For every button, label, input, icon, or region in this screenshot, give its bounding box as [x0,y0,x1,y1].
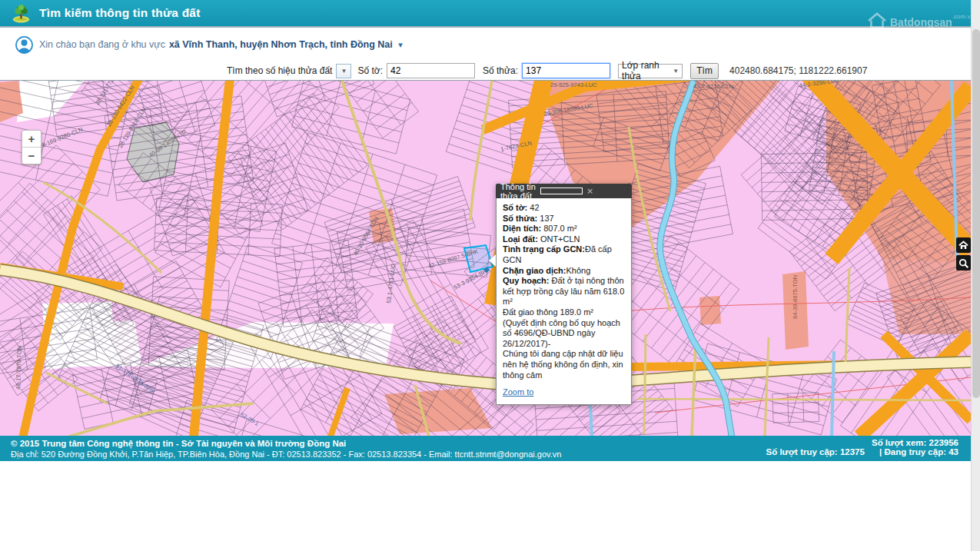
sheet-number-input[interactable] [387,63,475,78]
cursor-coordinates: 402480.684175; 1181222.661907 [729,65,867,76]
home-extent-button[interactable] [956,237,971,253]
parcel-field: Chặn giao dịch:Không [503,266,625,277]
app-logo-tree-icon [11,3,32,24]
popup-title: Thông tin thửa đất [500,182,540,201]
parcel-field: Số tờ: 42 [503,203,625,214]
find-button[interactable]: Tìm [690,63,719,79]
sheet-number-label: Số tờ: [357,65,383,76]
visits-count: Số lượt truy cập: 12375 [766,447,865,456]
greeting-text: Xin chào bạn đang ở khu vực [39,39,165,50]
map-parcel-label: 64-39-8975-TON [792,275,799,319]
popup-note-line: Chúng tôi đang cập nhật dữ liệu nên hệ t… [503,349,625,380]
watermark-text: Batdongsan [890,16,952,28]
popup-note-line: (Quyết định công bố quy hoạch số 4696/QĐ… [503,318,625,350]
parcel-field: Quy hoạch: Đất ở tại nông thôn kết hợp t… [503,276,625,307]
parcel-field: Loại đất: ONT+CLN [503,234,625,245]
parcel-popup-body: Số tờ: 42Số thửa: 137Diện tích: 807.0 m²… [496,198,632,405]
area-selector[interactable]: xã Vĩnh Thanh, huyện Nhơn Trạch, tỉnh Đồ… [169,39,403,50]
map-search-button[interactable] [956,255,971,271]
parcel-field: Tình trạng cấp GCN:Đã cấp GCN [503,244,625,265]
zoom-in-button[interactable]: + [22,131,41,148]
search-mode-select[interactable]: ▼ [336,64,351,78]
parcel-number-label: Số thửa: [483,65,518,76]
footer-stats: Số lượt xem: 223956 Số lượt truy cập: 12… [766,438,958,456]
parcel-field: Diện tích: 807.0 m² [503,224,625,234]
cadastral-map[interactable]: 28-131-772-CLN28-130-6422-CLN28-129-8918… [0,81,971,436]
parcel-info-popup: Thông tin thửa đất × Số tờ: 42Số thửa: 1… [496,184,632,405]
zoom-to-link[interactable]: Zoom to [503,387,533,398]
greeting-bar: Xin chào bạn đang ở khu vực xã Vĩnh Than… [0,28,971,61]
map-parcel-label: 29-525-9743-LUC [550,81,597,88]
area-name: xã Vĩnh Thanh, huyện Nhơn Trạch, tỉnh Đồ… [169,39,393,50]
views-count: Số lượt xem: 223956 [766,438,958,447]
parcel-number-input[interactable] [522,63,610,78]
map-viewport[interactable]: 28-131-772-CLN28-130-6422-CLN28-129-8918… [0,80,971,436]
search-mode-label: Tìm theo số hiệu thửa đất [227,65,332,76]
layer-select[interactable]: Lớp ranh thửa ▼ [618,64,683,78]
app-header: Tìm kiếm thông tin thửa đất Batdongsan .… [0,0,971,28]
map-edge-tools [956,237,971,271]
popup-note-line: Đất giao thông 189.0 m² [503,307,625,318]
home-icon [958,240,969,251]
popup-titlebar[interactable]: Thông tin thửa đất × [496,184,632,198]
online-count: | Đang truy cập: 43 [879,447,958,456]
popup-pointer [489,254,496,267]
layer-select-value: Lớp ranh thửa [622,60,673,81]
parcel-field: Số thửa: 137 [503,214,625,224]
search-icon [958,257,969,269]
scrollbar-thumb[interactable] [972,29,980,398]
map-parcel-label: 43-7-4716-CLN [693,83,733,90]
maximize-icon[interactable] [540,188,582,194]
chevron-down-icon: ▾ [398,40,403,49]
zoom-out-button[interactable]: − [22,148,41,164]
search-toolbar: Tìm theo số hiệu thửa đất ▼ Số tờ: Số th… [0,61,971,80]
page-title: Tìm kiếm thông tin thửa đất [39,6,201,20]
footer: © 2015 Trung tâm Công nghệ thông tin - S… [0,436,971,461]
user-icon [15,36,33,54]
map-zoom-control: + − [22,130,42,164]
close-icon[interactable]: × [587,188,627,195]
chevron-down-icon: ▼ [673,68,679,75]
browser-scrollbar [971,0,980,551]
